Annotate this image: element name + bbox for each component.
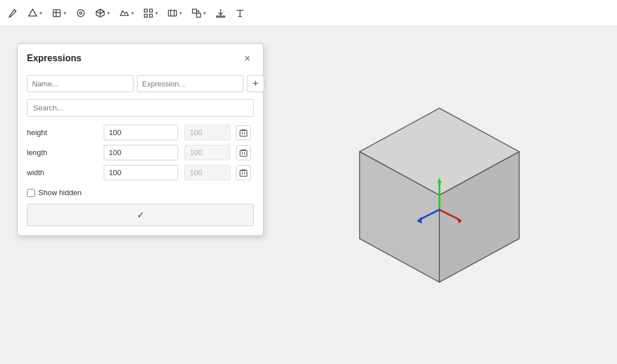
expression-input[interactable] [137, 75, 243, 92]
dialog-close-button[interactable]: × [241, 52, 254, 65]
delete-length-button[interactable] [236, 145, 251, 160]
table-row: length [27, 143, 254, 163]
main-area: Expressions × + height [0, 26, 617, 364]
svg-rect-5 [144, 9, 147, 12]
delete-height-button[interactable] [236, 125, 251, 140]
toolbar: ▾ ▾ ▾ ▾ ▾ [0, 0, 617, 26]
svg-rect-7 [144, 14, 147, 17]
expr-delete-cell-height [234, 122, 254, 143]
length-ref-input [184, 145, 230, 160]
table-row: width [27, 163, 254, 183]
svg-rect-0 [53, 10, 60, 17]
width-ref-input [184, 165, 230, 180]
dialog-header: Expressions × [18, 44, 263, 70]
dialog-title: Expressions [27, 53, 81, 64]
expr-value-cell-width [101, 163, 182, 183]
geometry-tool-button[interactable]: ▾ [24, 4, 46, 22]
expr-name-height: height [27, 122, 101, 143]
circle-tool-button[interactable] [72, 4, 89, 22]
table-row: height [27, 122, 254, 143]
name-input[interactable] [27, 75, 133, 92]
geometry-chevron: ▾ [40, 10, 42, 16]
height-ref-input [184, 125, 230, 140]
solid-chevron: ▾ [107, 10, 110, 16]
pattern-tool-button[interactable]: ▾ [140, 4, 162, 22]
svg-rect-13 [240, 151, 247, 156]
expr-name-width: width [27, 163, 101, 183]
width-value-input[interactable] [104, 165, 178, 180]
isometric-cube [331, 86, 548, 304]
svg-rect-14 [240, 171, 247, 176]
show-hidden-checkbox[interactable] [27, 189, 35, 197]
expr-value-cell-length [101, 143, 182, 163]
height-value-input[interactable] [104, 125, 178, 140]
assembly-tool-button[interactable]: ▾ [188, 4, 210, 22]
expr-delete-cell-length [234, 143, 254, 163]
export-tool-button[interactable] [212, 4, 229, 22]
svg-rect-9 [168, 10, 176, 16]
svg-rect-10 [192, 9, 197, 13]
svg-rect-8 [150, 14, 152, 17]
pattern-chevron: ▾ [155, 10, 158, 16]
expr-ref-cell-height [182, 122, 234, 143]
assembly-chevron: ▾ [203, 10, 206, 16]
box-chevron: ▾ [64, 10, 66, 16]
expr-value-cell-height [101, 122, 182, 143]
expressions-table: height [27, 122, 254, 183]
delete-width-button[interactable] [236, 165, 251, 180]
expr-name-length: length [27, 143, 101, 163]
add-expression-row: + [27, 75, 254, 92]
3d-viewport[interactable] [262, 26, 617, 364]
show-hidden-label[interactable]: Show hidden [38, 188, 81, 197]
confirm-icon: ✓ [137, 209, 144, 220]
search-input[interactable] [27, 99, 254, 117]
pencil-tool-button[interactable] [5, 4, 22, 22]
svg-point-4 [80, 12, 82, 14]
solid-tool-button[interactable]: ▾ [92, 4, 113, 22]
expr-ref-cell-width [182, 163, 234, 183]
expressions-dialog: Expressions × + height [17, 43, 264, 236]
show-hidden-row: Show hidden [27, 188, 254, 197]
confirm-button[interactable]: ✓ [27, 204, 254, 226]
sheet-tool-button[interactable]: ▾ [164, 4, 186, 22]
add-expression-button[interactable]: + [247, 75, 264, 92]
surface-chevron: ▾ [131, 10, 134, 16]
expr-delete-cell-width [234, 163, 254, 183]
svg-point-3 [77, 10, 84, 17]
dialog-body: + height [18, 70, 263, 235]
sheet-chevron: ▾ [179, 10, 182, 16]
length-value-input[interactable] [104, 145, 178, 160]
expr-ref-cell-length [182, 143, 234, 163]
svg-rect-12 [240, 130, 247, 136]
text-tool-button[interactable] [231, 4, 249, 22]
surface-tool-button[interactable]: ▾ [116, 4, 137, 22]
box-tool-button[interactable]: ▾ [48, 4, 70, 22]
svg-rect-11 [197, 13, 201, 17]
svg-rect-6 [150, 9, 152, 12]
